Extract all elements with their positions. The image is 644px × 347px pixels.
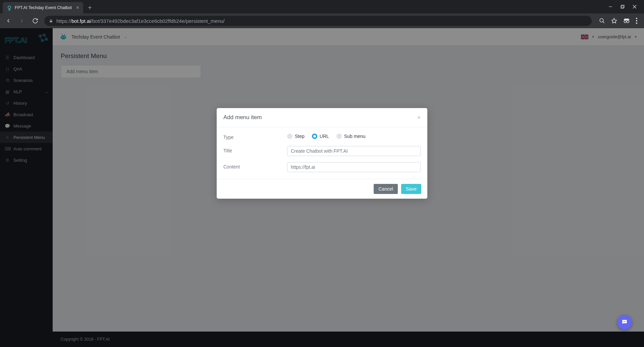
radio-step[interactable]: Step xyxy=(287,134,305,139)
url-scheme: https:// xyxy=(56,18,71,24)
type-label: Type xyxy=(223,133,287,140)
title-input[interactable] xyxy=(287,146,421,156)
url-path: /bot/337e492bdec3af1e3cce6cb02ffdb24e/pe… xyxy=(91,18,225,24)
address-bar[interactable]: https://bot.fpt.ai/bot/337e492bdec3af1e3… xyxy=(44,16,592,26)
radio-url[interactable]: URL xyxy=(312,134,329,139)
title-label: Title xyxy=(223,146,287,153)
tab-favicon xyxy=(7,5,12,10)
svg-point-34 xyxy=(623,321,624,322)
svg-point-12 xyxy=(624,20,627,23)
svg-point-0 xyxy=(8,6,11,9)
radio-icon xyxy=(312,134,317,139)
zoom-icon[interactable] xyxy=(599,18,605,24)
save-button[interactable]: Save xyxy=(401,184,421,194)
svg-line-10 xyxy=(603,21,604,23)
url-host: bot.fpt.ai xyxy=(71,18,91,24)
radio-label: Step xyxy=(295,134,305,139)
svg-point-13 xyxy=(627,20,629,23)
browser-toolbar: https://bot.fpt.ai/bot/337e492bdec3af1e3… xyxy=(0,13,644,28)
forward-button[interactable] xyxy=(16,15,28,27)
content-input[interactable] xyxy=(287,162,421,172)
svg-rect-8 xyxy=(50,21,52,22)
close-window-icon[interactable] xyxy=(633,5,637,9)
radio-label: Sub menu xyxy=(344,134,366,139)
content-label: Content xyxy=(223,162,287,169)
add-menu-item-modal: Add menu item × Type Step URL Sub menu T… xyxy=(217,108,427,199)
radio-icon xyxy=(287,134,292,139)
svg-point-36 xyxy=(625,321,626,322)
radio-label: URL xyxy=(320,134,329,139)
svg-marker-11 xyxy=(612,18,617,23)
back-button[interactable] xyxy=(3,15,14,27)
type-radio-group: Step URL Sub menu xyxy=(287,134,421,139)
svg-rect-4 xyxy=(621,6,624,8)
svg-point-9 xyxy=(600,18,603,22)
svg-rect-5 xyxy=(622,5,624,8)
tab-strip: FPT.AI Techday Event Chatbot × + xyxy=(0,0,644,13)
bookmark-star-icon[interactable] xyxy=(611,18,617,24)
browser-tab[interactable]: FPT.AI Techday Event Chatbot × xyxy=(3,2,83,13)
reload-button[interactable] xyxy=(30,15,41,27)
cancel-button[interactable]: Cancel xyxy=(374,184,398,194)
tab-title: FPT.AI Techday Event Chatbot xyxy=(15,5,72,10)
lock-icon xyxy=(49,18,53,23)
svg-point-16 xyxy=(636,22,637,24)
svg-point-15 xyxy=(636,20,637,21)
minimize-icon[interactable] xyxy=(608,5,612,9)
radio-icon xyxy=(336,134,342,139)
svg-point-14 xyxy=(636,18,637,19)
tab-close-icon[interactable]: × xyxy=(76,5,79,11)
window-controls xyxy=(608,0,644,13)
radio-submenu[interactable]: Sub menu xyxy=(336,134,366,139)
incognito-icon[interactable] xyxy=(623,18,630,23)
svg-point-35 xyxy=(624,321,625,322)
close-icon[interactable]: × xyxy=(417,114,421,120)
modal-title: Add menu item xyxy=(223,114,262,121)
maximize-icon[interactable] xyxy=(621,5,625,9)
chat-fab[interactable] xyxy=(617,315,632,330)
new-tab-button[interactable]: + xyxy=(83,2,97,13)
browser-menu-icon[interactable] xyxy=(636,18,637,24)
